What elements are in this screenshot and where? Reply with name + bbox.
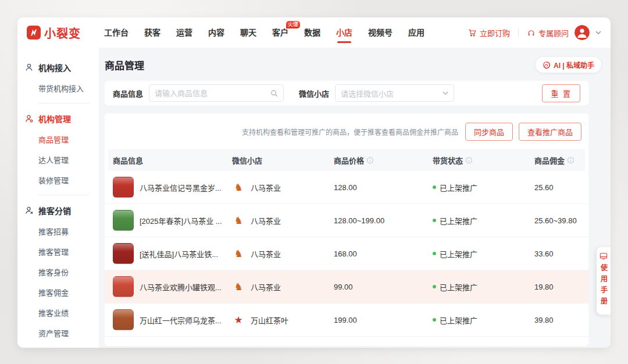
status-text: 已上架推广 — [440, 281, 477, 292]
status-dot — [433, 219, 436, 222]
brand-logo[interactable]: 小裂变 — [27, 24, 81, 41]
info-icon[interactable] — [465, 156, 473, 164]
shop-filter-label: 微信小店 — [299, 88, 329, 99]
sidebar-section-label: 机构接入 — [38, 62, 71, 73]
shop-logo: ♞ — [232, 282, 245, 292]
nav-content[interactable]: 内容 — [208, 17, 224, 48]
cart-icon — [468, 28, 477, 37]
sidebar-item-promoter-commission[interactable]: 推客佣金 — [17, 282, 99, 302]
sidebar-section-org-access[interactable]: 机构接入 — [17, 57, 99, 78]
search-icon[interactable] — [270, 90, 278, 97]
product-thumbnail — [113, 309, 134, 330]
top-navbar: 小裂变 工作台 获客 运营 内容 聊天 客户 火爆 数据 小店 视频号 应用 立… — [17, 17, 611, 48]
status-text: 已上架推广 — [440, 248, 477, 259]
nav-shop[interactable]: 小店 — [336, 17, 352, 48]
sidebar-item-promoter-identity[interactable]: 推客身份 — [17, 262, 99, 282]
sidebar-section-label: 机构管理 — [38, 113, 71, 124]
table-row[interactable]: [2025年春茶]八马茶业 ... ♞八马茶业 128.00~199.00 已上… — [105, 204, 588, 237]
sidebar-section-label: 推客分销 — [38, 205, 71, 216]
product-commission: 19.80 — [530, 283, 585, 291]
product-price: 168.00 — [329, 249, 428, 258]
sidebar-section-org-management[interactable]: 机构管理 — [17, 108, 99, 129]
page-title: 商品管理 — [105, 58, 144, 72]
filter-bar: 商品信息 微信小店 请选择微信小店 重 置 — [105, 81, 588, 105]
product-name: [送礼佳品]八马茶业铁... — [140, 248, 218, 259]
table-row[interactable]: 万山红一代宗师乌龙茶... ★万山红茶叶 199.00 已上架推广 39.80 — [105, 304, 588, 337]
nav-workbench[interactable]: 工作台 — [104, 17, 129, 48]
product-name: 八马茶业信记号黑金岁... — [140, 182, 222, 193]
reset-button[interactable]: 重 置 — [542, 84, 580, 102]
ai-assistant-button[interactable]: AI | 私域助手 — [536, 57, 601, 73]
table-header: 商品信息 微信小店 商品价格 带货状态 商品佣金 — [108, 149, 585, 171]
shop-select[interactable]: 请选择微信小店 — [335, 84, 454, 102]
view-promoted-products-button[interactable]: 查看推广商品 — [519, 123, 581, 141]
status-dot — [433, 318, 436, 322]
info-icon[interactable] — [567, 156, 575, 164]
product-price: 128.00 — [329, 183, 428, 192]
shop-name: 八马茶业 — [251, 215, 281, 226]
status-text: 已上架推广 — [440, 182, 477, 193]
sidebar-item-promoter-management[interactable]: 推客管理 — [17, 241, 99, 262]
chevron-down-icon — [443, 91, 448, 95]
sidebar-item-asset-management[interactable]: 资产管理 — [17, 323, 99, 343]
product-search-input[interactable] — [155, 89, 267, 98]
chevron-down-icon[interactable] — [595, 31, 601, 35]
column-header-product: 商品信息 — [108, 155, 227, 166]
main-nav: 工作台 获客 运营 内容 聊天 客户 火爆 数据 小店 视频号 应用 — [104, 17, 424, 48]
sidebar-item-talent-management[interactable]: 达人管理 — [17, 149, 99, 170]
status-text: 已上架推广 — [440, 315, 477, 326]
product-price: 128.00~199.00 — [329, 216, 428, 225]
order-now-button[interactable]: 立即订购 — [468, 27, 510, 38]
status-dot — [433, 185, 436, 189]
product-price: 99.00 — [329, 283, 428, 291]
table-row[interactable]: [送礼佳品]八马茶业铁... ♞八马茶业 168.00 已上架推广 33.60 — [105, 237, 588, 270]
sidebar-item-promoter-performance[interactable]: 推客业绩 — [17, 302, 99, 323]
product-table-card: 支持机构查看和管理可推广的商品，便于推客查看商品佣金并推广商品 同步商品 查看推… — [105, 113, 588, 346]
info-icon[interactable] — [366, 156, 374, 164]
divider — [518, 28, 519, 37]
column-header-status: 带货状态 — [428, 155, 530, 166]
nav-channels[interactable]: 视频号 — [368, 17, 392, 48]
table-toolbar: 支持机构查看和管理可推广的商品，便于推客查看商品佣金并推广商品 同步商品 查看推… — [105, 120, 588, 149]
order-now-label: 立即订购 — [480, 27, 510, 38]
product-commission: 33.60 — [530, 249, 585, 258]
nav-data[interactable]: 数据 — [304, 17, 320, 48]
sidebar-item-product-management[interactable]: 商品管理 — [17, 129, 99, 149]
product-thumbnail — [113, 276, 134, 297]
sidebar-section-promoter-distribution[interactable]: 推客分销 — [17, 200, 99, 221]
sidebar-item-promoter-recruit[interactable]: 推客招募 — [17, 221, 99, 241]
ai-swirl-icon — [543, 61, 551, 69]
shop-logo: ★ — [232, 315, 245, 325]
table-row[interactable]: 八马茶业信记号黑金岁... ♞八马茶业 128.00 已上架推广 25.60 — [105, 171, 588, 204]
nav-acquisition[interactable]: 获客 — [144, 17, 160, 48]
column-header-shop: 微信小店 — [227, 155, 329, 166]
advisor-button[interactable]: 专属顾问 — [527, 27, 569, 38]
status-dot — [433, 252, 436, 255]
user-manual-tab[interactable]: 使用手册 — [597, 247, 611, 315]
product-thumbnail — [113, 243, 134, 264]
advisor-label: 专属顾问 — [538, 27, 569, 38]
table-row-highlighted[interactable]: 八马茶业欢腾小罐铁观... ♞八马茶业 99.00 已上架推广 19.80 — [105, 270, 588, 304]
product-name: 八马茶业欢腾小罐铁观... — [140, 281, 222, 292]
sync-products-button[interactable]: 同步商品 — [465, 123, 513, 141]
sidebar: 机构接入 带货机构接入 机构管理 商品管理 达人管理 装修管理 推客分销 推客招… — [17, 48, 99, 348]
nav-apps[interactable]: 应用 — [408, 17, 424, 48]
product-search-field[interactable] — [149, 84, 284, 102]
main-content: 商品管理 AI | 私域助手 商品信息 微信小店 请选择微信小店 — [99, 48, 611, 348]
divider — [38, 195, 90, 195]
sidebar-item-decoration-management[interactable]: 装修管理 — [17, 170, 99, 190]
column-header-price: 商品价格 — [329, 155, 428, 166]
user-avatar[interactable] — [575, 25, 590, 40]
status-dot — [433, 285, 436, 288]
nav-chat[interactable]: 聊天 — [240, 17, 256, 48]
topbar-right: 立即订购 专属顾问 — [468, 25, 601, 40]
shop-name: 八马茶业 — [251, 182, 281, 193]
product-commission: 39.80 — [530, 316, 585, 324]
hot-badge: 火爆 — [286, 21, 300, 28]
nav-customer[interactable]: 客户 火爆 — [272, 17, 288, 48]
product-thumbnail — [113, 177, 134, 198]
nav-operation[interactable]: 运营 — [176, 17, 192, 48]
divider — [38, 103, 90, 104]
sidebar-item-org-access-entry[interactable]: 带货机构接入 — [17, 78, 99, 98]
status-text: 已上架推广 — [440, 215, 477, 226]
